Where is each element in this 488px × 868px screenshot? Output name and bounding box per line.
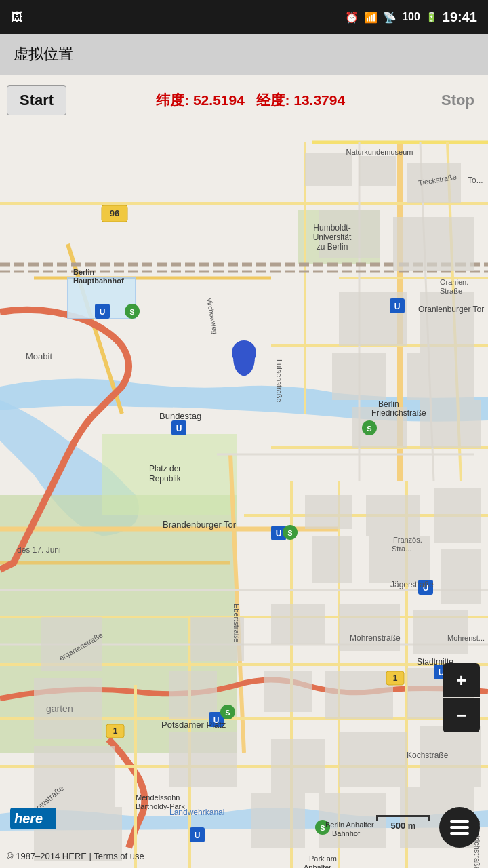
stop-button[interactable]: Stop — [434, 86, 481, 115]
svg-rect-51 — [271, 604, 325, 644]
zoom-controls: + − — [443, 663, 480, 732]
coords-display: 纬度: 52.5194 经度: 13.3794 — [66, 91, 434, 110]
svg-text:Brandenburger Tor: Brandenburger Tor — [163, 519, 237, 530]
svg-rect-45 — [305, 495, 352, 529]
svg-text:Mohrenstraße: Mohrenstraße — [350, 633, 401, 643]
gallery-icon: 🖼 — [11, 10, 23, 24]
svg-text:Luisenstraße: Luisenstraße — [275, 359, 283, 403]
svg-rect-53 — [413, 610, 468, 654]
svg-rect-61 — [271, 739, 325, 793]
svg-rect-59 — [169, 671, 217, 719]
app-title: 虚拟位置 — [14, 44, 73, 64]
svg-text:Jägerstraße: Jägerstraße — [390, 580, 434, 589]
svg-text:U: U — [195, 831, 201, 840]
menu-button[interactable] — [439, 807, 480, 848]
svg-rect-54 — [264, 671, 312, 712]
svg-text:S: S — [287, 529, 292, 537]
svg-text:U: U — [176, 424, 182, 433]
svg-text:Französ.: Französ. — [393, 536, 422, 544]
svg-text:des 17. Juni: des 17. Juni — [17, 545, 61, 555]
svg-text:S: S — [367, 425, 371, 433]
start-button[interactable]: Start — [7, 85, 66, 115]
svg-text:S: S — [129, 308, 134, 316]
svg-rect-42 — [407, 353, 474, 400]
status-bar: 🖼 ⏰ 📶 📡 100 🔋 19:41 — [0, 0, 488, 34]
svg-text:Park am: Park am — [309, 854, 337, 863]
svg-rect-47 — [434, 488, 481, 542]
svg-text:garten: garten — [46, 703, 73, 714]
battery-display: 100 — [402, 11, 420, 23]
svg-text:Mohrenst...: Mohrenst... — [447, 634, 485, 642]
alarm-icon: ⏰ — [345, 11, 359, 24]
battery-icon: 🔋 — [426, 12, 437, 22]
svg-text:Berlin Anhalter: Berlin Anhalter — [325, 821, 374, 829]
svg-rect-148 — [450, 826, 469, 829]
svg-text:Stra...: Stra... — [392, 545, 411, 553]
svg-rect-44 — [420, 400, 481, 448]
svg-text:Bartholdy-Park: Bartholdy-Park — [136, 802, 185, 810]
svg-text:Straße: Straße — [440, 287, 462, 295]
zoom-in-button[interactable]: + — [443, 663, 480, 697]
svg-rect-55 — [325, 671, 393, 719]
wifi-icon: 📶 — [364, 11, 378, 24]
signal-icon: 📡 — [383, 11, 396, 24]
svg-text:Potsdamer Platz: Potsdamer Platz — [161, 719, 226, 730]
lat-label: 纬度: — [156, 92, 189, 108]
svg-text:Berlin: Berlin — [378, 399, 399, 409]
svg-text:96: 96 — [110, 208, 119, 218]
svg-text:Universität: Universität — [313, 233, 352, 242]
lng-label: 经度: — [256, 92, 289, 108]
svg-rect-34 — [305, 153, 352, 186]
svg-text:U: U — [394, 302, 401, 311]
svg-rect-52 — [339, 604, 400, 651]
svg-rect-50 — [441, 549, 481, 604]
svg-text:Ebertstraße: Ebertstraße — [232, 604, 241, 642]
svg-text:Bahnhof: Bahnhof — [332, 829, 361, 837]
svg-rect-41 — [332, 353, 386, 400]
svg-rect-147 — [450, 820, 469, 823]
svg-text:Kochstraße: Kochstraße — [407, 751, 449, 760]
svg-text:U: U — [276, 529, 282, 538]
svg-text:Moabit: Moabit — [26, 351, 52, 361]
svg-rect-64 — [169, 732, 237, 787]
svg-text:Oranien.: Oranien. — [440, 278, 468, 286]
svg-text:U: U — [100, 307, 106, 317]
svg-rect-48 — [312, 536, 352, 583]
svg-rect-62 — [339, 732, 407, 787]
svg-text:1: 1 — [393, 673, 398, 683]
svg-text:1: 1 — [113, 726, 118, 736]
svg-text:S: S — [320, 824, 325, 832]
svg-text:Berlin: Berlin — [73, 268, 94, 276]
svg-text:Oranienburger Tor: Oranienburger Tor — [418, 304, 484, 314]
svg-text:Humboldt-: Humboldt- — [313, 223, 350, 233]
svg-rect-40 — [420, 292, 474, 353]
svg-text:zu Berlin: zu Berlin — [317, 242, 348, 252]
svg-text:To...: To... — [468, 176, 483, 185]
time-display: 19:41 — [443, 9, 477, 25]
lng-value: 13.3794 — [293, 92, 345, 108]
zoom-out-button[interactable]: − — [443, 698, 480, 732]
svg-rect-66 — [251, 793, 305, 848]
svg-text:Platz der: Platz der — [149, 464, 181, 473]
svg-text:Anhalter: Anhalter — [304, 863, 331, 868]
svg-text:Mendelssohn: Mendelssohn — [136, 793, 180, 802]
svg-rect-35 — [359, 156, 396, 186]
map-container[interactable]: U U U U U U U U S S S S S 96 1 1 — [0, 75, 488, 868]
svg-text:Republik: Republik — [149, 474, 182, 484]
svg-text:Naturkundemuseum: Naturkundemuseum — [346, 148, 413, 156]
svg-text:Friedrichstraße: Friedrichstraße — [371, 408, 426, 418]
svg-text:Hauptbahnhof: Hauptbahnhof — [73, 277, 124, 285]
control-bar: Start 纬度: 52.5194 经度: 13.3794 Stop — [7, 81, 481, 119]
title-bar: 虚拟位置 — [0, 34, 488, 75]
svg-rect-69 — [34, 807, 122, 861]
svg-rect-149 — [450, 832, 469, 835]
svg-text:Bundestag: Bundestag — [159, 411, 201, 421]
svg-text:S: S — [225, 709, 230, 717]
svg-rect-38 — [393, 217, 474, 271]
svg-rect-46 — [366, 495, 420, 536]
lat-value: 52.5194 — [193, 92, 245, 108]
